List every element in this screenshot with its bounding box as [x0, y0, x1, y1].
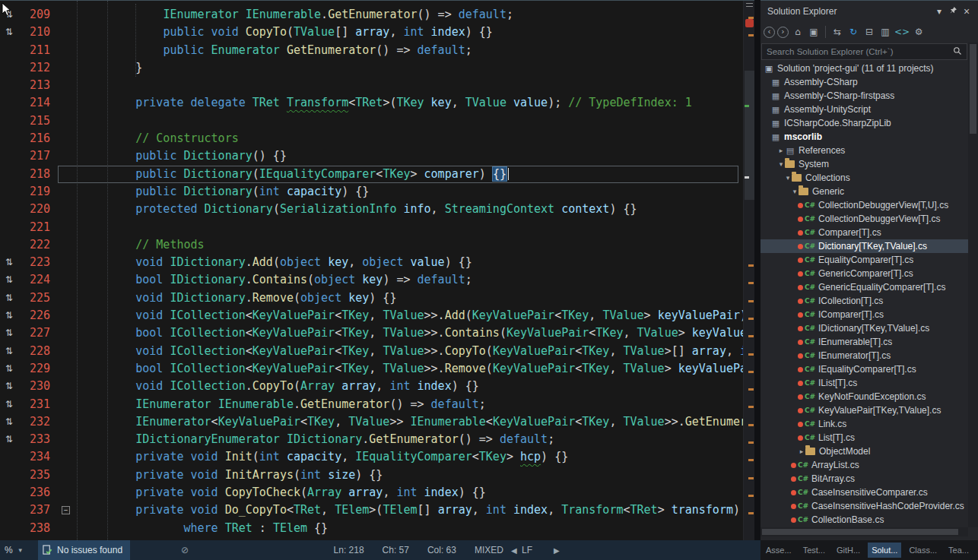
tool-window-tab[interactable]: Solut... [868, 543, 901, 558]
implements-glyph-icon[interactable]: ⇅ [0, 289, 18, 307]
zoom-control[interactable]: % ▼ [5, 540, 24, 560]
code-line[interactable]: 238 where TRet : TElem {} [0, 520, 743, 537]
code-line[interactable]: ⇅224 bool IDictionary.Contains(object ke… [0, 271, 743, 289]
tree-item[interactable]: C#CollectionBase.cs [760, 513, 968, 527]
code-line[interactable]: ⇅210 public void CopyTo(TValue[] array, … [0, 24, 743, 41]
scroll-right-icon[interactable]: ▶ [554, 540, 560, 560]
code-line[interactable]: 221 [0, 219, 743, 236]
search-icon[interactable] [953, 45, 962, 59]
code-line[interactable]: 215 [0, 112, 743, 130]
search-input[interactable]: Search Solution Explorer (Ctrl+`) [761, 43, 967, 60]
chevron-expanded-icon[interactable]: ▾ [784, 174, 792, 182]
code-line[interactable]: 236 private void CopyToCheck(Array array… [0, 484, 743, 501]
code-line[interactable]: ⇅225 void IDictionary.Remove(object key)… [0, 289, 743, 307]
tool-window-tab[interactable]: Asse... [762, 543, 795, 558]
tree-item[interactable]: C#CollectionDebuggerView[T].cs [760, 212, 968, 226]
panel-vertical-scrollbar[interactable] [968, 43, 978, 527]
home-icon[interactable]: ⌂ [791, 25, 805, 39]
solution-explorer-titlebar[interactable]: Solution Explorer ▾ × [760, 1, 978, 22]
tree-item[interactable]: C#KeyValuePair[TKey,TValue].cs [760, 403, 968, 417]
properties-icon[interactable]: ⚙ [912, 25, 926, 39]
code-line[interactable]: 219 public Dictionary(int capacity) {} [0, 183, 743, 201]
tree-item[interactable]: ▦Assembly-UnityScript [760, 103, 968, 116]
code-line[interactable]: 218 public Dictionary(IEqualityComparer<… [0, 166, 743, 183]
switch-views-icon[interactable]: ▣ [807, 25, 821, 39]
back-icon[interactable]: ‹ [764, 27, 775, 38]
code-line[interactable]: 212 } [0, 59, 743, 77]
code-editor[interactable]: ⇅209 IEnumerator IEnumerable.GetEnumerat… [0, 0, 754, 540]
code-line[interactable]: 214 private delegate TRet Transform<TRet… [0, 94, 743, 112]
tool-window-tab[interactable]: Test... [799, 543, 829, 558]
show-all-files-icon[interactable]: ▥ [878, 25, 892, 39]
panel-horizontal-scrollbar[interactable] [760, 527, 968, 536]
tool-window-tab[interactable]: GitH... [833, 543, 864, 558]
implements-glyph-icon[interactable]: ⇅ [0, 307, 18, 324]
issues-status[interactable]: No issues found [38, 540, 130, 560]
close-icon[interactable]: × [960, 5, 973, 17]
implements-glyph-icon[interactable]: ⇅ [0, 6, 18, 24]
code-line[interactable]: ⇅231 IEnumerator IEnumerable.GetEnumerat… [0, 396, 743, 413]
tree-item[interactable]: C#CaseInsensitiveComparer.cs [760, 486, 968, 499]
implements-glyph-icon[interactable]: ⇅ [0, 324, 18, 342]
tool-window-tab[interactable]: Tea... [945, 543, 973, 558]
implements-glyph-icon[interactable]: ⇅ [0, 271, 18, 289]
tree-item[interactable]: C#IDictionary[TKey,TValue].cs [760, 321, 968, 335]
code-line[interactable]: 220 protected Dictionary(SerializationIn… [0, 201, 743, 218]
implements-glyph-icon[interactable]: ⇅ [0, 254, 18, 271]
tree-item[interactable]: C#KeyNotFoundException.cs [760, 390, 968, 403]
tree-item[interactable]: C#EqualityComparer[T].cs [760, 253, 968, 267]
tree-item[interactable]: ▦mscorlib [760, 130, 968, 144]
tree-item[interactable]: C#BitArray.cs [760, 472, 968, 486]
tree-item[interactable]: C#ArrayList.cs [760, 458, 968, 472]
code-line[interactable]: 216 // Constructors [0, 130, 743, 147]
code-line[interactable]: ⇅229 bool ICollection<KeyValuePair<TKey,… [0, 360, 743, 378]
chevron-expanded-icon[interactable]: ▾ [777, 160, 785, 168]
code-line[interactable]: ⇅226 void ICollection<KeyValuePair<TKey,… [0, 307, 743, 324]
tree-item[interactable]: C#List[T].cs [760, 431, 968, 445]
chevron-collapsed-icon[interactable]: ▸ [777, 147, 785, 154]
editor-vertical-scrollbar[interactable] [743, 1, 754, 540]
notifications-icon[interactable]: ⊘ [181, 540, 189, 560]
implements-glyph-icon[interactable]: ⇅ [0, 378, 18, 395]
tool-window-tab[interactable]: Class... [905, 543, 941, 558]
implements-glyph-icon[interactable]: ⇅ [0, 413, 18, 431]
split-editor-handle-icon[interactable] [746, 3, 753, 7]
tree-item[interactable]: C#IComparer[T].cs [760, 308, 968, 321]
refresh-icon[interactable]: ↻ [846, 25, 860, 39]
tree-item[interactable]: C#Link.cs [760, 417, 968, 431]
code-line[interactable]: 235 private void InitArrays(int size) {} [0, 467, 743, 484]
code-line[interactable]: ⇅209 IEnumerator IEnumerable.GetEnumerat… [0, 6, 743, 24]
code-line[interactable]: ⇅230 void ICollection.CopyTo(Array array… [0, 378, 743, 395]
code-line[interactable]: 234 private void Init(int capacity, IEqu… [0, 448, 743, 466]
forward-icon[interactable]: › [777, 27, 789, 38]
tree-item[interactable]: ▦Assembly-CSharp-firstpass [760, 89, 968, 103]
tree-item[interactable]: C#IEqualityComparer[T].cs [760, 362, 968, 376]
tree-item[interactable]: ▸▤References [760, 144, 968, 157]
code-line[interactable]: 222 // Methods [0, 236, 743, 254]
sync-with-active-document-icon[interactable]: ⇆ [830, 25, 844, 39]
tree-item[interactable]: C#ICollection[T].cs [760, 294, 968, 308]
chevron-collapsed-icon[interactable]: ▸ [798, 448, 805, 455]
tree-item[interactable]: C#IEnumerator[T].cs [760, 349, 968, 362]
code-line[interactable]: 237− private void Do_CopyTo<TRet, TElem>… [0, 501, 743, 519]
code-line[interactable]: ⇅227 bool ICollection<KeyValuePair<TKey,… [0, 324, 743, 342]
code-line[interactable]: ⇅232 IEnumerator<KeyValuePair<TKey, TVal… [0, 413, 743, 431]
tree-item[interactable]: C#IEnumerable[T].cs [760, 335, 968, 349]
tree-item[interactable]: ▣Solution 'project-gui' (11 of 11 projec… [760, 62, 968, 75]
code-line[interactable]: 211 public Enumerator GetEnumerator() =>… [0, 42, 743, 59]
code-line[interactable]: 217 public Dictionary() {} [0, 147, 743, 165]
tree-item[interactable]: ▾Collections [760, 171, 968, 185]
tree-item[interactable]: ▦ICSharpCode.SharpZipLib [760, 116, 968, 130]
implements-glyph-icon[interactable]: ⇅ [0, 360, 18, 378]
implements-glyph-icon[interactable]: ⇅ [0, 431, 18, 448]
tree-item[interactable]: C#GenericComparer[T].cs [760, 267, 968, 280]
view-code-icon[interactable]: <> [894, 25, 910, 39]
code-line[interactable]: ⇅223 void IDictionary.Add(object key, ob… [0, 254, 743, 271]
tree-item[interactable]: C#GenericEqualityComparer[T].cs [760, 280, 968, 294]
tree-item[interactable]: ▾Generic [760, 185, 968, 198]
tree-item[interactable]: C#Comparer[T].cs [760, 226, 968, 239]
code-line[interactable]: ⇅233 IDictionaryEnumerator IDictionary.G… [0, 431, 743, 448]
implements-glyph-icon[interactable]: ⇅ [0, 343, 18, 360]
chevron-expanded-icon[interactable]: ▾ [791, 188, 799, 195]
pin-icon[interactable] [946, 6, 960, 17]
